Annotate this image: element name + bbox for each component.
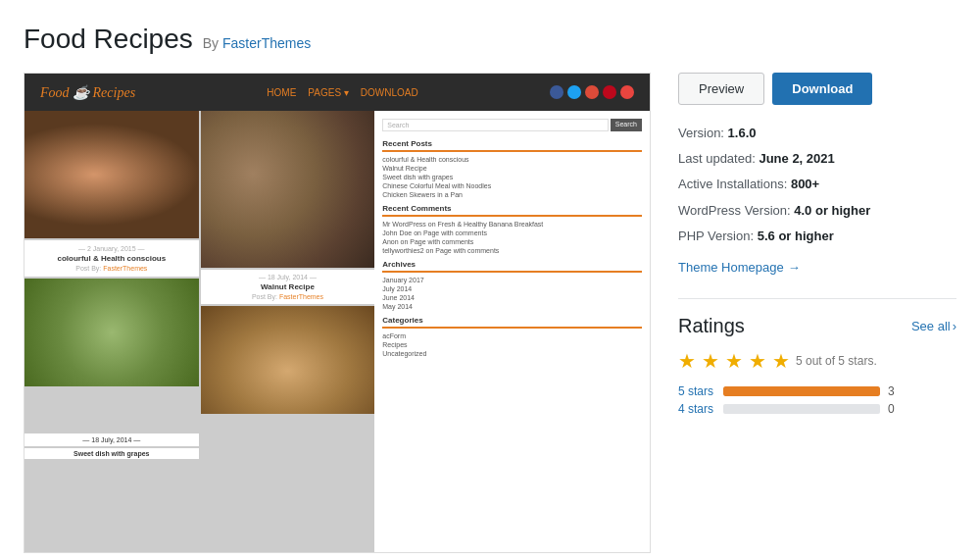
twitter-icon bbox=[567, 85, 581, 99]
meta-table: Version: 1.6.0 Last updated: June 2, 202… bbox=[678, 125, 956, 245]
right-panel: Preview Download Version: 1.6.0 Last upd… bbox=[678, 73, 956, 553]
rating-bars: 5 stars 3 4 stars 0 bbox=[678, 384, 956, 416]
preview-button[interactable]: Preview bbox=[678, 73, 764, 105]
theme-homepage-arrow: → bbox=[788, 260, 801, 275]
archives-title: Archives bbox=[382, 260, 642, 273]
rating-text: 5 out of 5 stars. bbox=[796, 354, 877, 368]
version-row: Version: 1.6.0 bbox=[678, 125, 956, 142]
star-1: ★ bbox=[678, 349, 696, 373]
category-2: Recipes bbox=[382, 341, 642, 348]
archive-4: May 2014 bbox=[382, 303, 642, 310]
category-1: acForm bbox=[382, 332, 642, 339]
rating-bar-5stars: 5 stars 3 bbox=[678, 384, 956, 398]
page-title: Food Recipes bbox=[24, 24, 193, 55]
post-title-1: colourful & Health conscious bbox=[30, 254, 193, 263]
comment-1: Mr WordPress on Fresh & Healthy Banana B… bbox=[382, 221, 642, 228]
post-title-3: Sweet dish with grapes bbox=[24, 448, 199, 459]
categories-title: Categories bbox=[382, 316, 642, 329]
recent-comments-list: Mr WordPress on Fresh & Healthy Banana B… bbox=[382, 221, 642, 254]
google-icon bbox=[585, 85, 599, 99]
recent-post-4: Chinese Colorful Meal with Noodles bbox=[382, 182, 642, 189]
active-installs-value: 800+ bbox=[791, 177, 819, 191]
php-version-label: PHP Version: bbox=[678, 229, 754, 243]
version-label: Version: bbox=[678, 126, 724, 140]
star-3: ★ bbox=[725, 349, 743, 373]
4stars-track bbox=[723, 404, 880, 414]
categories-list: acForm Recipes Uncategorized bbox=[382, 332, 642, 357]
ratings-section: Ratings See all › ★ ★ ★ ★ ★ 5 out of 5 s… bbox=[678, 298, 956, 416]
archive-2: July 2014 bbox=[382, 285, 642, 292]
active-installs-row: Active Installations: 800+ bbox=[678, 176, 956, 193]
recent-post-1: colourful & Health conscious bbox=[382, 156, 642, 163]
see-all-link[interactable]: See all › bbox=[911, 319, 956, 333]
theme-social bbox=[550, 85, 634, 99]
star-2: ★ bbox=[702, 349, 719, 373]
rating-bar-4stars: 4 stars 0 bbox=[678, 402, 956, 416]
nav-home: HOME bbox=[267, 87, 296, 98]
php-version-row: PHP Version: 5.6 or higher bbox=[678, 228, 956, 245]
post-by-2: Post By: FasterThemes bbox=[207, 293, 369, 300]
main-content: Food ☕ Recipes HOME PAGES ▾ DOWNLOAD bbox=[24, 73, 956, 553]
category-3: Uncategorized bbox=[382, 350, 642, 357]
post-img-chicken bbox=[24, 111, 199, 238]
active-installs-label: Active Installations: bbox=[678, 177, 787, 191]
star-4: ★ bbox=[749, 349, 766, 373]
post-date-1: — 2 January, 2015 — bbox=[30, 245, 193, 252]
author-link[interactable]: FasterThemes bbox=[222, 35, 311, 51]
post-date-2: — 18 July, 2014 — bbox=[207, 274, 369, 280]
wp-version-label: WordPress Version: bbox=[678, 203, 791, 218]
post-img-walnuts bbox=[201, 111, 375, 268]
4stars-count: 0 bbox=[888, 402, 895, 416]
nav-download: DOWNLOAD bbox=[361, 87, 418, 98]
logo-text1: Food bbox=[40, 85, 70, 100]
archives-list: January 2017 July 2014 June 2014 May 201… bbox=[382, 277, 642, 310]
star-5: ★ bbox=[772, 349, 790, 373]
action-buttons: Preview Download bbox=[678, 73, 956, 105]
recent-post-3: Sweet dish with grapes bbox=[382, 174, 642, 180]
search-button: Search bbox=[611, 119, 642, 131]
post-img-grapes bbox=[24, 279, 199, 432]
archive-3: June 2014 bbox=[382, 294, 642, 301]
last-updated-label: Last updated: bbox=[678, 151, 756, 166]
theme-logo: Food ☕ Recipes bbox=[40, 84, 135, 101]
last-updated-value: June 2, 2021 bbox=[759, 151, 834, 166]
post-date-3: — 18 July, 2014 — bbox=[24, 433, 199, 446]
post-title-2: Walnut Recipe bbox=[207, 282, 369, 291]
post-by-1: Post By: FasterThemes bbox=[30, 265, 193, 272]
sidebar-search: Search Search bbox=[382, 119, 642, 131]
download-button[interactable]: Download bbox=[772, 73, 872, 105]
logo-text2: Recipes bbox=[93, 85, 136, 100]
nav-pages: PAGES ▾ bbox=[308, 87, 349, 98]
5stars-count: 3 bbox=[888, 384, 895, 398]
theme-homepage-link[interactable]: Theme Homepage → bbox=[678, 260, 801, 275]
stars-row: ★ ★ ★ ★ ★ 5 out of 5 stars. bbox=[678, 349, 956, 373]
recent-posts-title: Recent Posts bbox=[382, 139, 642, 152]
rss-icon bbox=[620, 85, 634, 99]
recent-post-2: Walnut Recipe bbox=[382, 165, 642, 172]
php-version-value: 5.6 or higher bbox=[758, 229, 834, 243]
ratings-title: Ratings bbox=[678, 315, 745, 337]
see-all-chevron: › bbox=[953, 319, 956, 333]
5stars-fill bbox=[723, 386, 880, 396]
theme-main-grid: — 2 January, 2015 — colourful & Health c… bbox=[24, 111, 374, 552]
version-value: 1.6.0 bbox=[728, 126, 757, 140]
5stars-label[interactable]: 5 stars bbox=[678, 384, 715, 398]
theme-body: — 2 January, 2015 — colourful & Health c… bbox=[24, 111, 650, 552]
post-card-1: — 2 January, 2015 — colourful & Health c… bbox=[24, 240, 199, 277]
theme-nav-links: HOME PAGES ▾ DOWNLOAD bbox=[267, 87, 417, 98]
ratings-header: Ratings See all › bbox=[678, 315, 956, 337]
4stars-label[interactable]: 4 stars bbox=[678, 402, 715, 416]
post-card-2: — 18 July, 2014 — Walnut Recipe Post By:… bbox=[201, 270, 375, 304]
theme-nav: Food ☕ Recipes HOME PAGES ▾ DOWNLOAD bbox=[24, 74, 650, 111]
preview-image: Food ☕ Recipes HOME PAGES ▾ DOWNLOAD bbox=[24, 74, 650, 552]
see-all-label: See all bbox=[911, 319, 951, 333]
page-header: Food Recipes By FasterThemes bbox=[24, 24, 956, 55]
theme-homepage-label: Theme Homepage bbox=[678, 260, 784, 275]
wp-version-row: WordPress Version: 4.0 or higher bbox=[678, 202, 956, 220]
comment-3: Anon on Page with comments bbox=[382, 238, 642, 245]
recent-post-5: Chicken Skewers in a Pan bbox=[382, 191, 642, 198]
facebook-icon bbox=[550, 85, 564, 99]
comment-4: tellyworthies2 on Page with comments bbox=[382, 247, 642, 254]
wp-version-value: 4.0 or higher bbox=[794, 203, 870, 218]
comment-2: John Doe on Page with comments bbox=[382, 229, 642, 236]
